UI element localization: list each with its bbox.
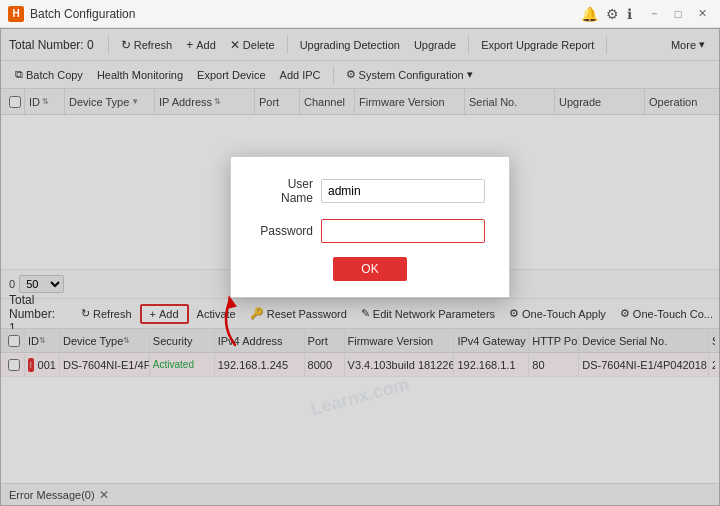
window-title: Batch Configuration — [30, 7, 135, 21]
title-bar: H Batch Configuration 🔔 ⚙ ℹ － □ ✕ — [0, 0, 720, 28]
close-button[interactable]: ✕ — [692, 4, 712, 24]
password-row: Password — [255, 219, 485, 243]
password-input[interactable] — [321, 219, 485, 243]
login-modal: User Name Password OK — [230, 156, 510, 298]
username-input[interactable] — [321, 179, 485, 203]
modal-overlay: User Name Password OK — [0, 28, 720, 506]
maximize-button[interactable]: □ — [668, 4, 688, 24]
modal-footer: OK — [255, 257, 485, 281]
password-label: Password — [255, 224, 313, 238]
username-row: User Name — [255, 177, 485, 205]
username-label: User Name — [255, 177, 313, 205]
window-controls: － □ ✕ — [644, 4, 712, 24]
info-icon[interactable]: ℹ — [627, 6, 632, 22]
ok-button[interactable]: OK — [333, 257, 406, 281]
settings-icon[interactable]: ⚙ — [606, 6, 619, 22]
title-bar-icons: 🔔 ⚙ ℹ — [581, 6, 632, 22]
notification-icon[interactable]: 🔔 — [581, 6, 598, 22]
minimize-button[interactable]: － — [644, 4, 664, 24]
app-icon: H — [8, 6, 24, 22]
